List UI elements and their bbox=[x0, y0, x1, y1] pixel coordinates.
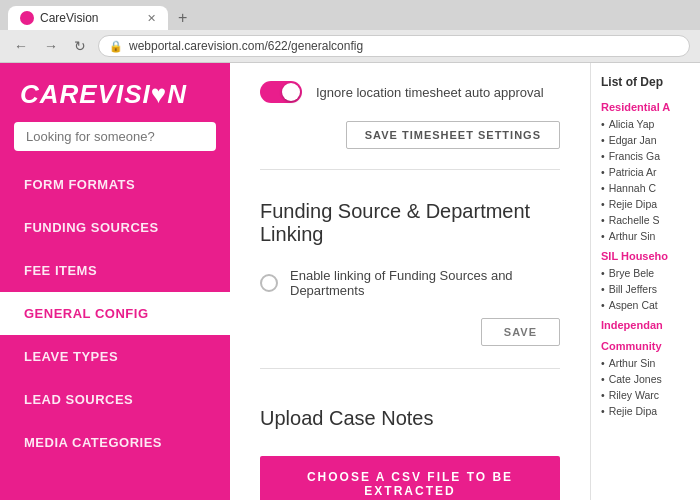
dept-panel-title: List of Dep bbox=[591, 71, 700, 95]
dept-section-community: Community bbox=[591, 334, 700, 355]
sidebar-item-fee-items[interactable]: FEE ITEMS bbox=[0, 249, 230, 292]
refresh-button[interactable]: ↻ bbox=[70, 36, 90, 56]
browser-chrome: CareVision ✕ + ← → ↻ 🔒 webportal.carevis… bbox=[0, 0, 700, 63]
tab-title: CareVision bbox=[40, 11, 98, 25]
list-item: Patricia Ar bbox=[591, 164, 700, 180]
app-body: CAREVISI♥N FORM FORMATS FUNDING SOURCES … bbox=[0, 63, 700, 500]
funding-checkbox-row: Enable linking of Funding Sources and De… bbox=[260, 258, 560, 308]
back-button[interactable]: ← bbox=[10, 36, 32, 56]
sidebar-item-general-config[interactable]: GENERAL CONFIG bbox=[0, 292, 230, 335]
list-item: Arthur Sin bbox=[591, 228, 700, 244]
section-divider-1 bbox=[260, 169, 560, 170]
save-timesheet-button[interactable]: SAVE TIMESHEET SETTINGS bbox=[346, 121, 560, 149]
logo-text: CAREVISI♥N bbox=[20, 79, 210, 110]
save-timesheet-container: SAVE TIMESHEET SETTINGS bbox=[260, 113, 560, 157]
forward-button[interactable]: → bbox=[40, 36, 62, 56]
list-item: Rejie Dipa bbox=[591, 403, 700, 419]
dept-section-independent: Independan bbox=[591, 313, 700, 334]
section-divider-2 bbox=[260, 368, 560, 369]
new-tab-button[interactable]: + bbox=[172, 9, 193, 27]
dept-panel: List of Dep Residential A Alicia Yap Edg… bbox=[590, 63, 700, 500]
toggle-knob bbox=[282, 83, 300, 101]
sidebar: CAREVISI♥N FORM FORMATS FUNDING SOURCES … bbox=[0, 63, 230, 500]
sidebar-item-media-categories[interactable]: MEDIA CATEGORIES bbox=[0, 421, 230, 464]
browser-tab[interactable]: CareVision ✕ bbox=[8, 6, 168, 30]
list-item: Alicia Yap bbox=[591, 116, 700, 132]
upload-section-title: Upload Case Notes bbox=[260, 389, 560, 442]
list-item: Bill Jeffers bbox=[591, 281, 700, 297]
save-funding-button[interactable]: SAVE bbox=[481, 318, 560, 346]
list-item: Arthur Sin bbox=[591, 355, 700, 371]
toggle-row: Ignore location timesheet auto approval bbox=[260, 63, 560, 113]
list-item: Rachelle S bbox=[591, 212, 700, 228]
csv-upload-button[interactable]: CHOOSE A CSV FILE TO BE EXTRACTED bbox=[260, 456, 560, 500]
sidebar-search[interactable] bbox=[14, 122, 216, 151]
list-item: Hannah C bbox=[591, 180, 700, 196]
sidebar-nav: FORM FORMATS FUNDING SOURCES FEE ITEMS G… bbox=[0, 163, 230, 500]
sidebar-item-lead-sources[interactable]: LEAD SOURCES bbox=[0, 378, 230, 421]
upload-section: Upload Case Notes CHOOSE A CSV FILE TO B… bbox=[260, 381, 560, 500]
list-item: Aspen Cat bbox=[591, 297, 700, 313]
funding-section-title: Funding Source & Department Linking bbox=[260, 182, 560, 258]
sidebar-item-funding-sources[interactable]: FUNDING SOURCES bbox=[0, 206, 230, 249]
address-bar: ← → ↻ 🔒 webportal.carevision.com/622/gen… bbox=[0, 30, 700, 62]
lock-icon: 🔒 bbox=[109, 40, 123, 53]
toggle-switch[interactable] bbox=[260, 81, 302, 103]
sidebar-logo: CAREVISI♥N bbox=[0, 63, 230, 122]
tab-favicon bbox=[20, 11, 34, 25]
list-item: Riley Warc bbox=[591, 387, 700, 403]
list-item: Francis Ga bbox=[591, 148, 700, 164]
save-funding-container: SAVE bbox=[260, 308, 560, 356]
main-content: Ignore location timesheet auto approval … bbox=[230, 63, 590, 500]
tab-close-icon[interactable]: ✕ bbox=[147, 12, 156, 25]
list-item: Cate Jones bbox=[591, 371, 700, 387]
list-item: Brye Bele bbox=[591, 265, 700, 281]
search-input[interactable] bbox=[14, 122, 216, 151]
list-item: Rejie Dipa bbox=[591, 196, 700, 212]
url-text: webportal.carevision.com/622/generalconf… bbox=[129, 39, 363, 53]
funding-checkbox[interactable] bbox=[260, 274, 278, 292]
tab-bar: CareVision ✕ + bbox=[0, 0, 700, 30]
sidebar-item-form-formats[interactable]: FORM FORMATS bbox=[0, 163, 230, 206]
sidebar-item-leave-types[interactable]: LEAVE TYPES bbox=[0, 335, 230, 378]
dept-section-sil: SIL Househo bbox=[591, 244, 700, 265]
dept-section-residential: Residential A bbox=[591, 95, 700, 116]
url-bar[interactable]: 🔒 webportal.carevision.com/622/generalco… bbox=[98, 35, 690, 57]
list-item: Edgar Jan bbox=[591, 132, 700, 148]
funding-checkbox-label: Enable linking of Funding Sources and De… bbox=[290, 268, 560, 298]
toggle-label: Ignore location timesheet auto approval bbox=[316, 85, 544, 100]
